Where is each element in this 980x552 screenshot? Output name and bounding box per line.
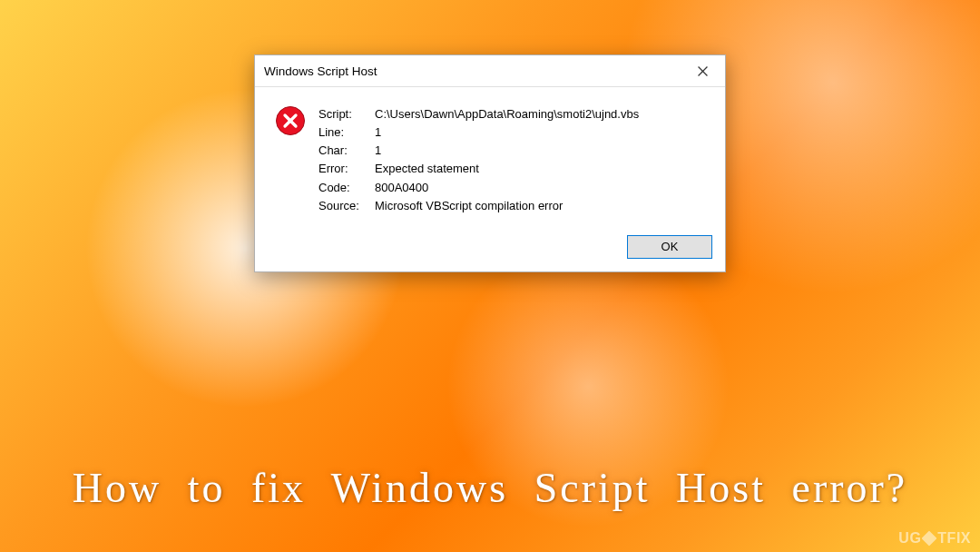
value-char: 1 [375, 142, 639, 160]
dialog-title: Windows Script Host [264, 64, 377, 78]
label-code: Code: [318, 179, 375, 197]
dialog-body: Script: C:\Users\Dawn\AppData\Roaming\sm… [255, 87, 725, 224]
label-char: Char: [318, 142, 375, 160]
value-error: Expected statement [375, 160, 639, 178]
dialog-footer: OK [255, 224, 725, 271]
watermark: UG TFIX [898, 530, 971, 547]
background: Windows Script Host Script: C:\Use [0, 0, 980, 552]
dialog-window: Windows Script Host Script: C:\Use [254, 54, 726, 272]
field-line: Line: 1 [318, 123, 639, 142]
label-error: Error: [318, 160, 375, 178]
watermark-right: TFIX [937, 530, 971, 547]
value-source: Microsoft VBScript compilation error [375, 197, 639, 215]
close-button[interactable] [687, 61, 718, 81]
label-line: Line: [318, 123, 375, 142]
field-source: Source: Microsoft VBScript compilation e… [318, 197, 639, 215]
field-code: Code: 800A0400 [318, 179, 639, 197]
value-script: C:\Users\Dawn\AppData\Roaming\smoti2\ujn… [375, 105, 639, 123]
field-char: Char: 1 [318, 142, 639, 160]
diamond-icon [922, 531, 937, 547]
label-script: Script: [318, 105, 375, 123]
close-icon [698, 66, 708, 76]
field-error: Error: Expected statement [318, 160, 639, 178]
watermark-left: UG [898, 530, 921, 547]
ok-button[interactable]: OK [627, 235, 712, 259]
caption-text: How to fix Windows Script Host error? [0, 464, 980, 512]
value-line: 1 [375, 123, 639, 142]
ok-button-label: OK [662, 240, 679, 253]
value-code: 800A0400 [375, 179, 639, 197]
error-icon [275, 105, 306, 215]
label-source: Source: [318, 197, 375, 215]
titlebar: Windows Script Host [255, 55, 725, 87]
field-script: Script: C:\Users\Dawn\AppData\Roaming\sm… [318, 105, 639, 123]
error-details: Script: C:\Users\Dawn\AppData\Roaming\sm… [318, 105, 639, 215]
